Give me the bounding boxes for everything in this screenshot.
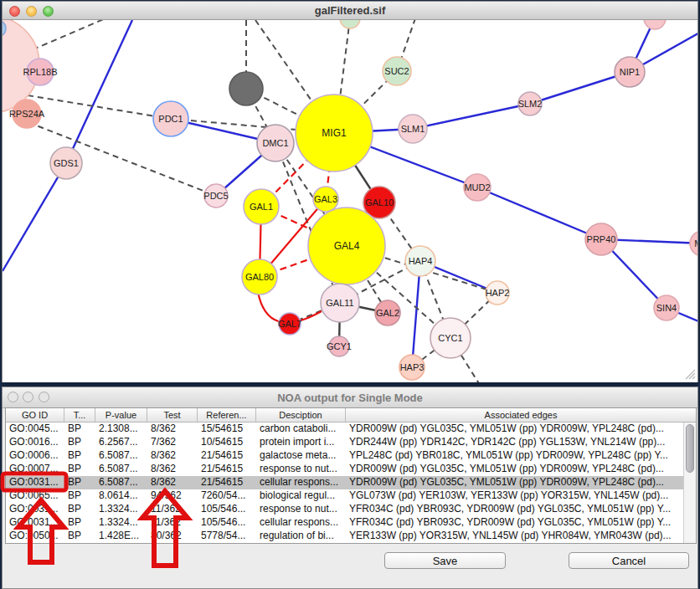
- table-row[interactable]: GO:0031...BP6.5087...8/36221/54615cellul…: [6, 476, 696, 489]
- table-cell: YFR034C (pd) YBR093C, YDR009W (pd) YGL03…: [346, 503, 696, 516]
- table-cell: 8/362: [147, 449, 198, 463]
- network-canvas[interactable]: RPL18BRPS24AGDS1PDC1PDC5DMC1SUC2MIG1SLM1…: [3, 20, 697, 382]
- table-cell: GO:0031...: [6, 516, 64, 530]
- table-cell: YFR034C (pd) YBR093C, YDR009W (pd) YGL03…: [346, 516, 696, 530]
- node-label: DMC1: [262, 138, 288, 148]
- noa-titlebar[interactable]: NOA output for Single Mode: [3, 387, 697, 408]
- resize-grip[interactable]: [685, 369, 696, 380]
- table-row[interactable]: GO:0050...BP1.428E...80/3625778/54...reg…: [6, 530, 696, 543]
- table-cell: BP: [64, 489, 95, 503]
- column-header[interactable]: GO ID: [6, 408, 64, 422]
- table-cell: protein import i...: [256, 436, 346, 449]
- table-cell: 6.5087...: [95, 463, 147, 476]
- column-header[interactable]: P-value: [95, 408, 147, 422]
- network-window: galFiltered.sif RPL18BRPS24AGDS1PDC1PDC5…: [2, 1, 698, 382]
- table-cell: GO:0006...: [6, 449, 64, 463]
- node-label: GDS1: [54, 158, 79, 168]
- node-label: GAL7: [278, 319, 301, 329]
- table-cell: 1.3324...: [95, 516, 147, 530]
- table-cell: 6.2567...: [95, 436, 147, 449]
- table-cell: galactose meta...: [256, 449, 346, 463]
- table-row[interactable]: GO:0031...BP1.3324...11/362105/546...cel…: [6, 516, 696, 530]
- network-edge: [28, 95, 171, 119]
- node-label: RPL18B: [23, 67, 58, 77]
- table-cell: 15/54615: [198, 423, 256, 436]
- table-cell: cellular respons...: [256, 476, 346, 489]
- table-cell: 21/54615: [198, 449, 256, 463]
- cancel-button[interactable]: Cancel: [569, 552, 689, 569]
- table-cell: BP: [64, 423, 95, 436]
- table-cell: GO:0031...: [6, 503, 64, 516]
- table-cell: cellular respons...: [256, 516, 346, 530]
- table-cell: 94/362: [147, 489, 198, 503]
- table-cell: BP: [64, 436, 95, 449]
- column-header[interactable]: Desciption: [256, 408, 346, 422]
- network-edge: [413, 104, 530, 129]
- table-row[interactable]: GO:0007...BP6.5087...8/36221/54615respon…: [6, 463, 696, 476]
- node-label: SLM1: [401, 124, 425, 134]
- table-cell: GO:0031...: [6, 476, 64, 489]
- table-cell: 6.5087...: [95, 476, 147, 489]
- network-window-title: galFiltered.sif: [3, 4, 697, 17]
- table-cell: biological regul...: [256, 489, 346, 503]
- table-row[interactable]: GO:0031...BP1.3324...11/362105/546...res…: [6, 503, 696, 516]
- table-cell: 8/362: [147, 476, 198, 489]
- node-label: RPS24A: [9, 109, 45, 119]
- node-label: GAL4: [334, 240, 360, 252]
- network-titlebar[interactable]: galFiltered.sif: [3, 2, 697, 20]
- table-row[interactable]: GO:0006...BP6.5087...8/36221/54615galact…: [6, 449, 696, 463]
- node-unlabeled[interactable]: [644, 20, 666, 29]
- noa-table: GO IDT...P-valueTestReferen...Desciption…: [5, 407, 697, 544]
- table-cell: GO:0007...: [6, 463, 64, 476]
- table-cell: 11/362: [147, 516, 198, 530]
- noa-window: NOA output for Single Mode GO IDT...P-va…: [2, 387, 698, 589]
- table-cell: 7260/54...: [198, 489, 256, 503]
- node-label: GCY1: [327, 341, 352, 351]
- column-header[interactable]: Referen...: [198, 408, 256, 422]
- column-header[interactable]: Test: [147, 408, 198, 422]
- node-label: NIP1: [620, 67, 640, 77]
- table-cell: BP: [64, 516, 95, 530]
- column-header[interactable]: T...: [64, 408, 95, 422]
- table-cell: YGL073W (pd) YER103W, YER133W (pp) YOR31…: [346, 489, 696, 503]
- table-row[interactable]: GO:0065...BP8.0614...94/3627260/54...bio…: [6, 489, 696, 503]
- table-cell: regulation of bi...: [256, 530, 346, 543]
- table-cell: 1.3324...: [95, 503, 147, 516]
- column-header[interactable]: Associated edges: [346, 408, 696, 422]
- table-cell: 21/54615: [198, 476, 256, 489]
- node-label: SIN4: [656, 303, 677, 313]
- node-unlabeled[interactable]: [229, 72, 263, 105]
- table-cell: BP: [64, 463, 95, 476]
- table-cell: 21/54615: [198, 463, 256, 476]
- node-label: GAL10: [365, 197, 394, 207]
- node-label: SLM2: [518, 99, 543, 109]
- table-cell: YPL248C (pd) YBR018C, YML051W (pp) YDR00…: [346, 449, 696, 463]
- table-cell: 80/362: [147, 530, 198, 543]
- table-cell: 1.428E...: [95, 530, 147, 543]
- scrollbar-thumb[interactable]: [686, 424, 694, 473]
- table-row[interactable]: GO:0045...BP2.1308...8/36215/54615carbon…: [6, 423, 696, 436]
- table-cell: YDR009W (pd) YGL035C, YML051W (pp) YDR00…: [346, 476, 696, 489]
- table-cell: BP: [64, 530, 95, 543]
- table-cell: GO:0045...: [6, 423, 64, 436]
- table-cell: carbon cataboli...: [256, 423, 346, 436]
- node-unlabeled[interactable]: [340, 20, 360, 28]
- table-cell: response to nut...: [256, 463, 346, 476]
- node-label: GAL80: [245, 272, 274, 282]
- table-cell: 5778/54...: [198, 530, 256, 543]
- node-label: GAL2: [376, 308, 399, 318]
- node-label: MIG1: [322, 127, 347, 139]
- node-label: SUC2: [384, 66, 409, 76]
- table-cell: 8/362: [147, 423, 198, 436]
- noa-window-title: NOA output for Single Mode: [3, 392, 697, 404]
- table-cell: GO:0016...: [6, 436, 64, 449]
- table-scrollbar[interactable]: [683, 423, 696, 543]
- table-cell: 2.1308...: [95, 423, 147, 436]
- node-label: GAL11: [326, 298, 353, 308]
- table-cell: 8.0614...: [95, 489, 147, 503]
- table-cell: 6.5087...: [95, 449, 147, 463]
- save-button[interactable]: Save: [384, 552, 506, 569]
- network-edge: [19, 119, 216, 196]
- table-row[interactable]: GO:0016...BP6.2567...7/36210/54615protei…: [6, 436, 696, 449]
- table-cell: YDR244W (pp) YDR142C, YDR142C (pp) YGL15…: [346, 436, 696, 449]
